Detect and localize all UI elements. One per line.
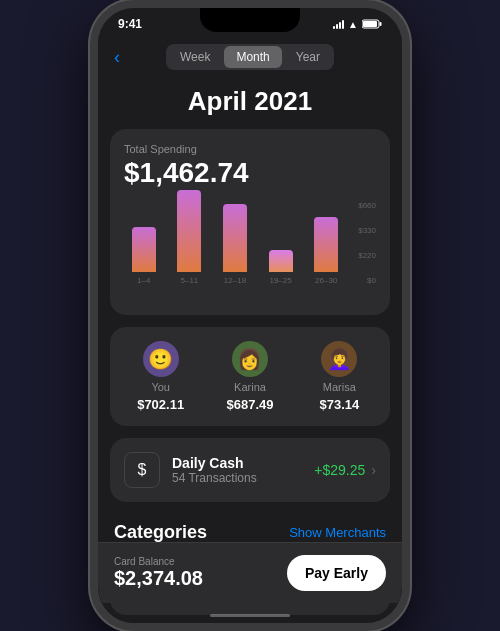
daily-cash-chevron-icon: › (371, 462, 376, 478)
avatar-marisa: 👩‍🦱 (321, 341, 357, 377)
bar-group-3: 12–18 (215, 204, 255, 285)
bar-label-2: 5–11 (180, 276, 198, 285)
svg-rect-2 (363, 21, 377, 27)
people-card: 🙂 You $702.11 👩 Karina $687.49 👩‍🦱 Maris… (110, 327, 390, 426)
y-label-4: $0 (352, 276, 376, 285)
page-title: April 2021 (98, 78, 402, 129)
home-indicator (210, 614, 290, 617)
avatar-karina: 👩 (232, 341, 268, 377)
bars-container: 1–4 5–11 12–18 (124, 201, 346, 301)
bar-4 (269, 250, 293, 272)
bottom-bar: Card Balance $2,374.08 Pay Early (98, 542, 402, 603)
daily-cash-icon: $ (124, 452, 160, 488)
tab-week[interactable]: Week (168, 46, 222, 68)
balance-section: Card Balance $2,374.08 (114, 556, 203, 590)
bar-label-3: 12–18 (224, 276, 246, 285)
person-name-marisa: Marisa (323, 381, 356, 393)
pay-early-button[interactable]: Pay Early (287, 555, 386, 591)
daily-cash-subtitle: 54 Transactions (172, 471, 314, 485)
avatar-you: 🙂 (143, 341, 179, 377)
balance-amount: $2,374.08 (114, 567, 203, 590)
person-amount-karina: $687.49 (226, 397, 273, 412)
back-button[interactable]: ‹ (114, 47, 120, 68)
bar-label-5: 26–30 (315, 276, 337, 285)
bar-group-1: 1–4 (124, 227, 164, 285)
phone-inner: 9:41 ▲ ‹ (98, 8, 402, 623)
bar-label-4: 19–25 (269, 276, 291, 285)
bar-3 (223, 204, 247, 272)
spending-amount: $1,462.74 (124, 157, 376, 189)
scroll-content[interactable]: ‹ Week Month Year April 2021 Total Spend… (98, 36, 402, 623)
person-karina[interactable]: 👩 Karina $687.49 (209, 341, 290, 412)
y-label-1: $660 (352, 201, 376, 210)
daily-cash-amount: +$29.25 (314, 462, 365, 478)
person-name-you: You (151, 381, 170, 393)
person-marisa[interactable]: 👩‍🦱 Marisa $73.14 (299, 341, 380, 412)
nav-bar: ‹ Week Month Year (98, 36, 402, 78)
person-amount-you: $702.11 (137, 397, 184, 412)
daily-cash-card[interactable]: $ Daily Cash 54 Transactions +$29.25 › (110, 438, 390, 502)
y-label-3: $220 (352, 251, 376, 260)
tab-month[interactable]: Month (224, 46, 281, 68)
bar-group-4: 19–25 (261, 250, 301, 285)
spending-label: Total Spending (124, 143, 376, 155)
person-you[interactable]: 🙂 You $702.11 (120, 341, 201, 412)
person-amount-marisa: $73.14 (319, 397, 359, 412)
bar-label-1: 1–4 (137, 276, 150, 285)
chart-card: Total Spending $1,462.74 1–4 5–11 (110, 129, 390, 315)
svg-rect-1 (380, 22, 382, 26)
y-label-2: $330 (352, 226, 376, 235)
battery-icon (362, 19, 382, 29)
notch (200, 8, 300, 32)
wifi-icon: ▲ (348, 19, 358, 30)
chart-wrapper: 1–4 5–11 12–18 (124, 201, 376, 301)
bar-group-5: 26–30 (306, 217, 346, 285)
signal-icon (333, 19, 344, 29)
status-icons: ▲ (333, 19, 382, 30)
bar-1 (132, 227, 156, 272)
bar-2 (177, 190, 201, 272)
balance-label: Card Balance (114, 556, 203, 567)
bar-group-2: 5–11 (170, 190, 210, 285)
show-merchants-link[interactable]: Show Merchants (289, 525, 386, 540)
bar-5 (314, 217, 338, 272)
status-time: 9:41 (118, 17, 142, 31)
daily-cash-title: Daily Cash (172, 455, 314, 471)
phone-frame: 9:41 ▲ ‹ (90, 0, 410, 631)
person-name-karina: Karina (234, 381, 266, 393)
chart-area: 1–4 5–11 12–18 (124, 201, 376, 301)
tab-year[interactable]: Year (284, 46, 332, 68)
daily-cash-text: Daily Cash 54 Transactions (172, 455, 314, 485)
categories-title: Categories (114, 522, 207, 543)
y-axis: $660 $330 $220 $0 (346, 201, 376, 301)
segment-control: Week Month Year (166, 44, 334, 70)
